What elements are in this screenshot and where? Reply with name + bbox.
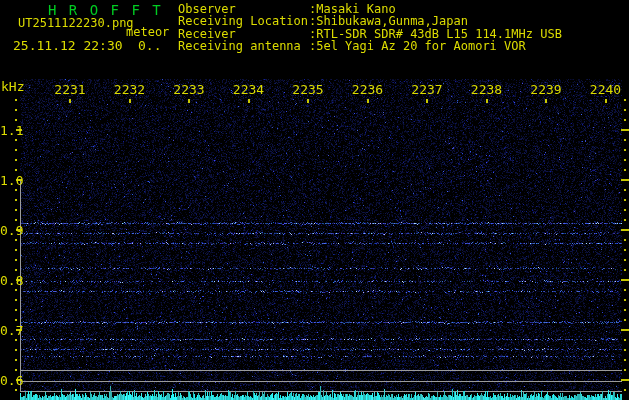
channel-label: meteor xyxy=(126,25,169,39)
x-tick-label: 2239 xyxy=(526,82,566,97)
x-tick-label: 2231 xyxy=(50,82,90,97)
x-tick-label: 2236 xyxy=(348,82,388,97)
y-tick-label: 0.9 xyxy=(0,223,18,238)
x-tick-label: 2237 xyxy=(407,82,447,97)
spectrogram-canvas xyxy=(0,0,629,400)
x-tick-label: 2240 xyxy=(586,82,626,97)
datetime-label: 25.11.12 22:30 xyxy=(13,38,123,53)
hrofft-output-screen: H R O F F T UT2511122230.png meteor 25.1… xyxy=(0,0,629,400)
frequency-unit-label: kHz xyxy=(1,79,24,94)
y-tick-label: 0.6 xyxy=(0,373,18,388)
x-tick-label: 2232 xyxy=(110,82,150,97)
x-tick-label: 2235 xyxy=(288,82,328,97)
observer-info-block: Observer:Masaki KanoReceiving Location:S… xyxy=(178,3,562,53)
info-label: Receiving Location xyxy=(178,15,309,27)
info-row: Receiving antenna:5el Yagi Az 20 for Aom… xyxy=(178,40,562,52)
y-tick-label: 0.8 xyxy=(0,273,18,288)
info-value: :5el Yagi Az 20 for Aomori VOR xyxy=(309,39,526,53)
echo-counter: 0.. xyxy=(138,38,161,53)
y-tick-label: 1.0 xyxy=(0,173,18,188)
y-tick-label: 1.1 xyxy=(0,123,18,138)
info-label: Receiving antenna xyxy=(178,40,309,52)
x-tick-label: 2238 xyxy=(467,82,507,97)
x-tick-label: 2233 xyxy=(169,82,209,97)
x-tick-label: 2234 xyxy=(229,82,269,97)
y-tick-label: 0.7 xyxy=(0,323,18,338)
filename-label: UT2511122230.png xyxy=(18,16,134,30)
